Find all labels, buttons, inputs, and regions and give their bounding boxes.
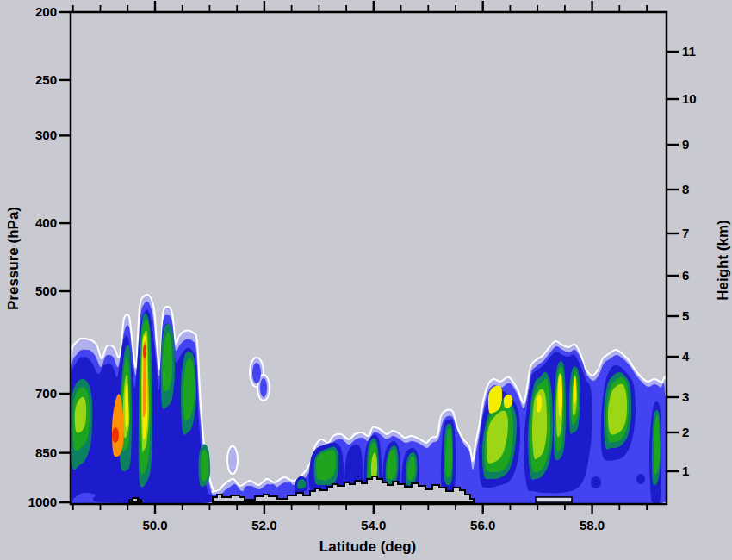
- contour-plot: [0, 0, 732, 560]
- y-right-axis-title: Height (km): [715, 196, 732, 325]
- height-tick-label: 8: [682, 182, 708, 197]
- x-tick-label: 58.0: [567, 518, 618, 533]
- height-tick-label: 9: [682, 137, 708, 152]
- height-tick-label: 6: [682, 268, 708, 283]
- pressure-tick-label: 500: [19, 283, 57, 299]
- height-tick-label: 2: [682, 425, 708, 440]
- height-tick-label: 5: [682, 308, 708, 324]
- x-tick-label: 54.0: [348, 518, 400, 533]
- y-left-axis-title: Pressure (hPa): [5, 194, 22, 323]
- height-tick-label: 1: [682, 464, 708, 479]
- height-tick-label: 11: [682, 44, 708, 59]
- pressure-tick-label: 300: [19, 128, 57, 143]
- height-tick-label: 10: [682, 91, 708, 107]
- height-tick-label: 4: [682, 349, 708, 364]
- x-tick-label: 52.0: [239, 518, 290, 533]
- x-tick-label: 50.0: [129, 518, 181, 533]
- pressure-tick-label: 200: [19, 4, 57, 20]
- x-axis-title: Latitude (deg): [282, 538, 454, 556]
- figure-canvas: { "figure": { "background_color": "#c9c9…: [0, 0, 732, 560]
- x-tick-label: 56.0: [457, 518, 509, 533]
- pressure-tick-label: 250: [19, 72, 57, 88]
- pressure-tick-label: 700: [19, 386, 57, 401]
- pressure-tick-label: 400: [19, 215, 57, 231]
- height-tick-label: 7: [682, 226, 708, 241]
- pressure-tick-label: 1000: [19, 495, 57, 510]
- pressure-tick-label: 850: [19, 445, 57, 461]
- height-tick-label: 3: [682, 389, 708, 405]
